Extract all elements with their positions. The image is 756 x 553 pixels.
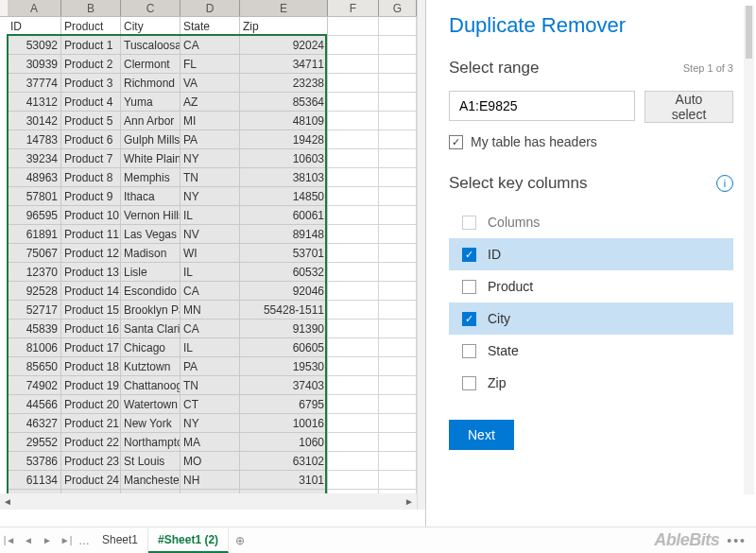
cell[interactable]: Watertown (121, 395, 180, 414)
cell[interactable]: Richmond (121, 74, 180, 93)
cell[interactable]: MI (180, 112, 240, 130)
cell[interactable]: 74902 (8, 376, 61, 395)
cell[interactable] (379, 471, 417, 490)
cell[interactable]: CT (180, 395, 240, 414)
headers-checkbox[interactable] (449, 135, 463, 149)
cell[interactable]: Las Vegas (121, 225, 180, 244)
cell[interactable]: 85650 (8, 357, 61, 376)
cell[interactable]: 28613 (240, 490, 328, 493)
cell[interactable]: Product 2 (61, 55, 121, 74)
horizontal-scrollbar[interactable]: ◄ ► (0, 493, 417, 510)
cell[interactable] (328, 36, 379, 55)
cell[interactable]: 37774 (8, 74, 61, 93)
cell[interactable]: Chicago (121, 338, 180, 357)
cell[interactable]: VA (180, 74, 240, 93)
key-column-checkbox[interactable] (462, 344, 476, 358)
cell[interactable]: Memphis (121, 168, 180, 187)
cell[interactable]: 44566 (8, 395, 61, 414)
col-header-D[interactable]: D (180, 0, 240, 16)
cell[interactable] (328, 244, 379, 263)
cell[interactable]: NV (180, 225, 240, 244)
cell[interactable]: 53786 (8, 452, 61, 471)
cell[interactable] (379, 187, 417, 206)
cell[interactable]: 75067 (8, 244, 61, 263)
cell[interactable]: Product 10 (61, 206, 121, 225)
scroll-left-icon[interactable]: ◄ (0, 496, 15, 507)
cell[interactable]: IL (180, 338, 240, 357)
cell[interactable]: MA (180, 433, 240, 452)
cell[interactable] (328, 490, 379, 493)
cell[interactable]: FL (180, 55, 240, 74)
key-column-checkbox[interactable] (462, 248, 476, 262)
cell[interactable]: Brooklyn Park (121, 301, 180, 320)
col-header-C[interactable]: C (121, 0, 180, 16)
cell[interactable] (328, 206, 379, 225)
cell[interactable]: 1060 (240, 433, 328, 452)
key-column-checkbox[interactable] (462, 280, 476, 294)
cell[interactable]: 61891 (8, 225, 61, 244)
cell[interactable]: Product 21 (61, 414, 121, 433)
cell[interactable]: AZ (180, 93, 240, 112)
cell[interactable]: 30939 (8, 55, 61, 74)
cell[interactable]: New York (121, 414, 180, 433)
cell[interactable]: 45839 (8, 320, 61, 338)
footer-more-icon[interactable]: ••• (727, 533, 747, 548)
col-header-B[interactable]: B (61, 0, 121, 16)
cell[interactable]: 14783 (8, 130, 61, 149)
key-column-item[interactable]: Product (449, 270, 733, 302)
key-column-item[interactable]: State (449, 335, 733, 367)
cell[interactable]: TN (180, 168, 240, 187)
cell[interactable]: 60605 (240, 338, 328, 357)
cell[interactable]: IL (180, 263, 240, 282)
cell[interactable]: MN (180, 301, 240, 320)
key-column-checkbox[interactable] (462, 376, 476, 390)
cell[interactable] (379, 282, 417, 301)
cell[interactable] (328, 225, 379, 244)
sheet-nav-next-icon[interactable]: ► (38, 535, 57, 545)
cell[interactable]: NY (180, 149, 240, 168)
cell[interactable]: Product 14 (61, 282, 121, 301)
col-header-G[interactable]: G (379, 0, 417, 16)
cell[interactable] (328, 112, 379, 130)
key-column-checkbox[interactable] (462, 312, 476, 326)
cell[interactable]: 38103 (240, 168, 328, 187)
cell[interactable] (379, 301, 417, 320)
vertical-scrollbar[interactable] (417, 0, 425, 510)
cell[interactable] (328, 433, 379, 452)
cell[interactable] (379, 414, 417, 433)
cell[interactable] (379, 225, 417, 244)
sheet-nav-first-icon[interactable]: |◄ (0, 535, 19, 545)
sheet-tab[interactable]: Sheet1 (93, 528, 148, 553)
cell[interactable]: 10603 (240, 149, 328, 168)
cell[interactable] (328, 357, 379, 376)
cell[interactable]: 55428-1511 (240, 301, 328, 320)
cell[interactable] (379, 130, 417, 149)
cell[interactable]: 39234 (8, 149, 61, 168)
cell[interactable] (328, 301, 379, 320)
cell[interactable]: 63102 (240, 452, 328, 471)
cell[interactable] (328, 376, 379, 395)
cell[interactable]: NH (180, 471, 240, 490)
cell[interactable] (379, 244, 417, 263)
sheet-nav-more-icon[interactable]: … (76, 534, 93, 547)
cell[interactable] (379, 338, 417, 357)
add-sheet-button[interactable]: ⊕ (229, 534, 251, 547)
cell[interactable]: 53701 (240, 244, 328, 263)
cell[interactable]: Product 23 (61, 452, 121, 471)
cell[interactable]: 92024 (240, 36, 328, 55)
cell[interactable]: 60532 (240, 263, 328, 282)
cell[interactable] (379, 452, 417, 471)
cell[interactable] (379, 36, 417, 55)
cell[interactable]: Product 16 (61, 320, 121, 338)
cell[interactable]: Product 18 (61, 357, 121, 376)
sheet-tab[interactable]: #Sheet1 (2) (148, 528, 229, 553)
col-header-A[interactable]: A (8, 0, 61, 16)
cell[interactable]: CA (180, 320, 240, 338)
auto-select-button[interactable]: Auto select (644, 91, 733, 123)
cell[interactable]: Ann Arbor (121, 112, 180, 130)
cell[interactable]: Product 3 (61, 74, 121, 93)
col-header-F[interactable]: F (328, 0, 379, 16)
cell[interactable]: IL (180, 206, 240, 225)
cell[interactable]: Northampton (121, 433, 180, 452)
cell[interactable] (379, 206, 417, 225)
